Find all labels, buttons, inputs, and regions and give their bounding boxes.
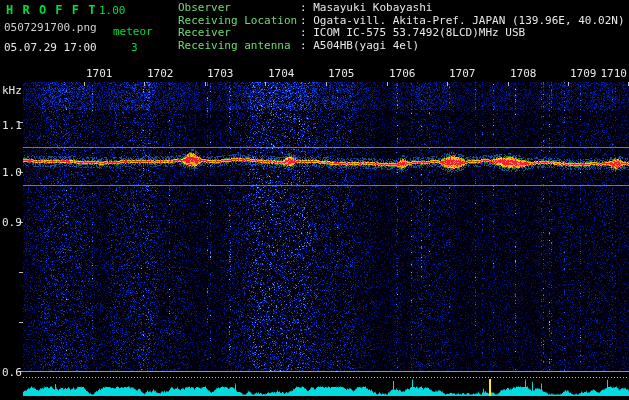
observer-header: Observer: Masayuki Kobayashi Receiving L…	[178, 2, 625, 52]
datetime-label: 05.07.29 17:00	[4, 41, 97, 54]
app-title: H R O F F T	[6, 3, 96, 17]
time-tick-label: 1703	[207, 67, 234, 80]
hrofft-window: H R O F F T 1.00 0507291700.png meteor 0…	[0, 0, 629, 400]
freq-unit-label: kHz	[2, 84, 22, 97]
freq-tick-label: 0.9	[2, 216, 22, 229]
time-tick-label: 1702	[147, 67, 174, 80]
output-filename: 0507291700.png	[4, 21, 97, 34]
time-tick-label: 1704	[268, 67, 295, 80]
header-row-label: Receiving antenna	[178, 40, 300, 53]
time-tick-label: 1707	[449, 67, 476, 80]
time-tick-label: 1708	[510, 67, 537, 80]
header-row-label: Receiver	[178, 27, 300, 40]
time-tick-label: 1709	[570, 67, 597, 80]
freq-tick-label: 1.0	[2, 166, 22, 179]
freq-tick-label: 0.6	[2, 366, 22, 379]
header-row-value: : A504HB(yagi 4el)	[300, 40, 419, 53]
event-count: 3	[131, 41, 138, 54]
app-version: 1.00	[99, 4, 126, 17]
mode-label: meteor	[113, 25, 153, 38]
header-row-label: Observer	[178, 2, 300, 15]
freq-tick-label: 1.1	[2, 119, 22, 132]
time-tick-label: 1710	[601, 67, 628, 80]
header-row: Receiving antenna: A504HB(yagi 4el)	[178, 40, 625, 53]
spectrogram-canvas	[0, 0, 629, 400]
time-tick-label: 1705	[328, 67, 355, 80]
time-tick-label: 1701	[86, 67, 113, 80]
time-tick-label: 1706	[389, 67, 416, 80]
